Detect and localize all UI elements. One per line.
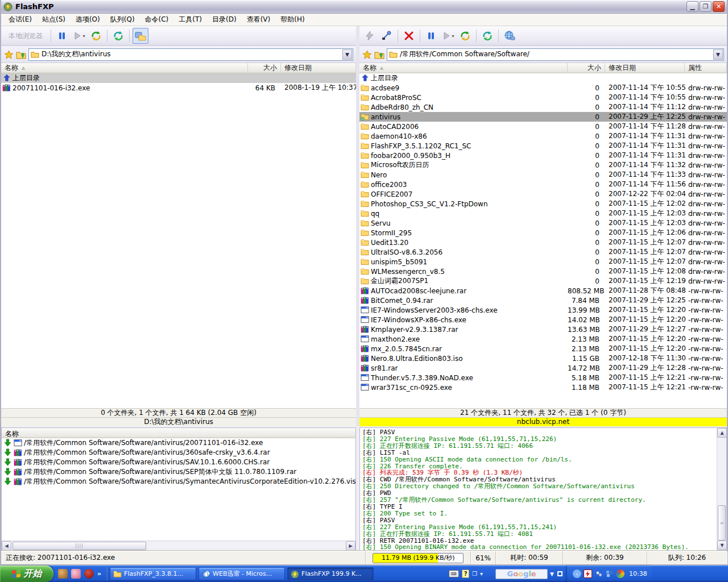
remote-path-combobox[interactable]: /常用软件/Common Software/Software/ ▼ [387,48,724,61]
minimize-button[interactable]: ▁ [686,1,698,12]
quicklaunch-icon-2[interactable] [71,569,81,579]
quicklaunch-icon-3[interactable] [84,569,94,579]
file-row[interactable]: UltraISO-v8.6.3.205602007-11-15 上午 12:07… [359,247,727,257]
toolbar-restore-icon[interactable] [557,571,562,576]
start-queue-button[interactable]: ▾ [440,28,456,44]
scroll-up-button[interactable]: ▲ [717,428,727,438]
tray-browser-icon[interactable] [616,569,624,578]
file-row[interactable]: Photoshop_CS3_SC_V1.2-FtpDown02007-11-15… [359,199,727,209]
file-row[interactable]: qq02007-11-15 上午 12:03drw-rw-rw- [359,209,727,218]
quicklaunch-overflow-chevron[interactable]: » [97,570,101,577]
file-row[interactable]: IE7-WindowsServer2003-x86-chs.exe13.99 M… [359,305,727,315]
queue-item[interactable]: /常用软件/Common Software/Software/antivirus… [2,467,355,477]
file-row[interactable]: office200302007-11-14 下午 11:56drw-rw-rw- [359,180,727,189]
column-header-size[interactable]: 大小 [248,63,281,73]
scrollbar-track[interactable] [717,438,726,504]
favorites-star-icon[interactable] [362,50,372,59]
file-row[interactable]: mx_2.0.5.7845cn.rar2.13 MB2007-11-15 上午 … [359,344,727,354]
file-row[interactable]: 上层目录 [359,73,727,83]
pause-transfer-button[interactable] [423,28,439,44]
column-header-date[interactable]: 修改日期 [605,63,685,73]
file-row[interactable]: antivirus02007-11-29 上午 12:25drw-rw-rw- [359,112,727,122]
queue-item[interactable]: /常用软件/Common Software/Software/antivirus… [2,458,355,467]
quick-connect-button[interactable] [362,28,378,44]
transfer-button[interactable] [88,28,104,44]
file-row[interactable]: acdsee902007-11-14 下午 10:55drw-rw-rw- [359,83,727,93]
scrollbar-thumb[interactable]: |||| [13,542,146,550]
file-row[interactable]: unispim5_b509102007-11-15 上午 12:07drw-rw… [359,257,727,267]
file-row[interactable]: Servu02007-11-15 上午 12:03drw-rw-rw- [359,218,727,228]
file-row[interactable]: 20071101-016-i32.exe64 KB2008-1-19 上午 10… [1,83,356,93]
disconnect-button[interactable] [401,28,417,44]
file-row[interactable]: 上层目录 [1,73,356,83]
column-header-date[interactable]: 修改日期 [281,63,356,73]
file-row[interactable]: Microsoft农历日历02007-11-14 下午 11:32drw-rw-… [359,160,727,170]
queue-header-name[interactable]: 名称 [2,428,355,438]
file-row[interactable]: AUTOcad2008sc-leejune.rar808.52 MB2007-1… [359,286,727,296]
file-row[interactable]: WLMessengercn_v8.502007-11-15 上午 12:08dr… [359,267,727,276]
file-row[interactable]: Uedit13.2002007-11-15 上午 12:07drw-rw-rw- [359,238,727,247]
scrollbar-thumb[interactable]: ≡ [718,505,726,541]
tray-windows-icon[interactable] [605,569,614,578]
file-row[interactable]: FlashFXP_3.5.1.1202_RC1_SC02007-11-14 下午… [359,141,727,151]
site-manager-button[interactable] [502,28,518,44]
local-browser-button[interactable]: 本地浏览器 [3,28,48,44]
queue-item[interactable]: /常用软件/Common Software/Software/antivirus… [2,448,355,458]
menu-item[interactable]: 选项(O) [71,14,105,26]
column-header-name[interactable]: 名称▲ [1,63,248,73]
scroll-right-button[interactable]: ▶ [346,541,355,551]
queue-item[interactable]: /常用软件/Common Software/Software/antivirus… [2,477,355,487]
menu-item[interactable]: 命令(C) [140,14,174,26]
menu-item[interactable]: 队列(Q) [105,14,140,26]
close-button[interactable]: ✕ [713,1,725,12]
pause-transfer-button[interactable] [54,28,70,44]
start-button[interactable]: 开始 [0,566,53,582]
scroll-left-button[interactable]: ◀ [2,541,11,551]
tray-collapse-chevron-icon[interactable]: ‹ [573,569,581,578]
task-button[interactable]: WEB迅雷 - Micros... [198,567,285,580]
parent-folder-icon[interactable] [374,50,384,59]
menu-item[interactable]: 站点(S) [37,14,71,26]
file-row[interactable]: OFFICE200702007-12-22 下午 02:04drw-rw-rw- [359,189,727,199]
file-row[interactable]: Thunder.v5.7.3.389.NoAD.exe5.18 MB2007-1… [359,373,727,383]
file-row[interactable]: Acrobat8ProSC02007-11-14 下午 10:55drw-rw-… [359,93,727,102]
language-help-icon[interactable]: ? [462,569,469,578]
tray-utility-icon[interactable] [594,569,603,578]
log-vertical-scrollbar[interactable]: ▲ ≡ ▼ [717,428,726,550]
scroll-down-button[interactable]: ▼ [717,541,727,550]
quicklaunch-icon-1[interactable] [58,569,68,579]
file-row[interactable]: wrar371sc_cn-0925.exe1.18 MB2007-11-15 上… [359,383,727,392]
folder-view-toggle-button[interactable] [133,28,148,44]
file-row[interactable]: IE7-WindowsXP-x86-chs.exe14.02 MB2007-11… [359,315,727,325]
file-row[interactable]: maxthon2.exe2.13 MB2007-11-15 上午 12:20-r… [359,334,727,344]
column-header-size[interactable]: 大小 [568,63,605,73]
tray-thunder-icon[interactable] [584,569,592,578]
local-path-combobox[interactable]: D:\我的文档\antivirus ▼ [28,48,353,61]
file-row[interactable]: sr81.rar14.72 MB2007-11-29 上午 12:28-rw-r… [359,363,727,373]
file-row[interactable]: Nero02007-11-14 下午 11:33drw-rw-rw- [359,170,727,180]
file-row[interactable]: BitComet_0.94.rar7.84 MB2007-11-29 上午 12… [359,296,727,305]
combo-dropdown-button[interactable]: ▼ [713,49,723,60]
refresh-button[interactable] [110,28,126,44]
favorites-star-icon[interactable] [4,50,14,59]
menu-item[interactable]: 查看(V) [242,14,276,26]
queue-item[interactable]: /常用软件/Common Software/Software/antivirus… [2,438,355,448]
menu-item[interactable]: 工具(T) [173,14,207,26]
queue-horizontal-scrollbar[interactable]: ◀ |||| ▶ [2,541,355,550]
file-row[interactable]: daemon410-x8602007-11-14 下午 11:31drw-rw-… [359,131,727,141]
google-dropdown-caret-icon[interactable]: ▼ [550,571,554,577]
language-options-caret-icon[interactable]: ▾ [480,571,483,577]
file-row[interactable]: 金山词霸2007SP102007-11-15 上午 12:19drw-rw-rw… [359,276,727,286]
refresh-button[interactable] [479,28,495,44]
task-button[interactable]: FlashFXP 199.9 K... [287,567,374,580]
file-row[interactable]: foobar2000_0.950b3_H02007-11-14 下午 11:31… [359,151,727,160]
file-row[interactable]: Kmplayer-v2.9.3.1387.rar13.63 MB2007-11-… [359,325,727,334]
google-search-box[interactable]: Google [495,569,548,579]
file-row[interactable]: StormII_29502007-11-15 上午 12:06drw-rw-rw… [359,228,727,238]
file-row[interactable]: Nero.8.Ultra.Edition803.iso1.15 GB2007-1… [359,354,727,363]
column-header-attr[interactable]: 属性 [685,63,727,73]
scrollbar-track[interactable] [146,541,346,550]
menu-item[interactable]: 会话(E) [3,14,37,26]
connect-button[interactable] [379,28,395,44]
file-row[interactable]: AdbeRdr80_zh_CN02007-11-14 下午 11:12drw-r… [359,102,727,112]
